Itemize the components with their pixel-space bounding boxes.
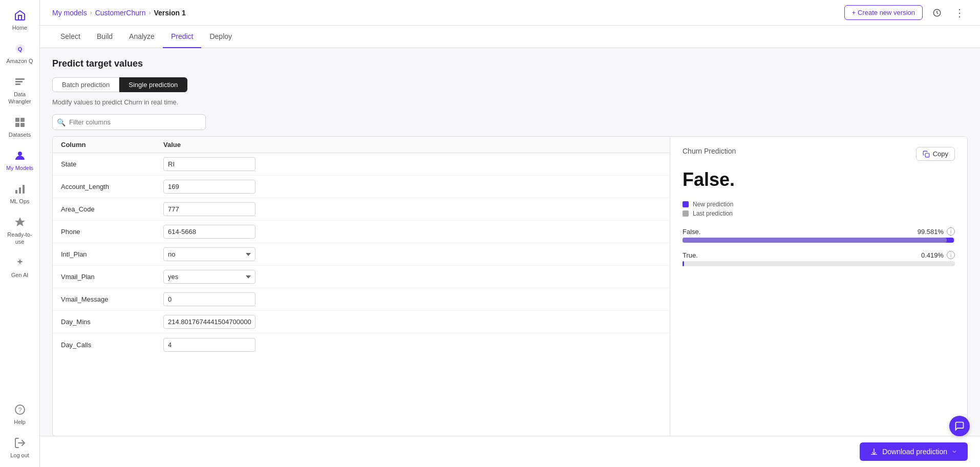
sidebar-item-amazon-q[interactable]: Q Amazon Q — [3, 37, 37, 69]
row-value-area-code — [163, 202, 662, 216]
sidebar-item-log-out[interactable]: Log out — [3, 432, 37, 463]
bar-track-true — [683, 261, 955, 266]
input-vmail-message[interactable] — [163, 292, 255, 306]
prob-row-true: True.0.419%i — [683, 251, 955, 259]
input-account-length[interactable] — [163, 180, 255, 194]
dropdown-chevron-icon — [951, 449, 957, 455]
table-row: Vmail_Message — [53, 288, 670, 311]
predict-result-header: Churn Prediction Copy — [683, 147, 955, 161]
row-value-account-length — [163, 180, 662, 194]
predict-layout: Column Value StateAccount_LengthArea_Cod… — [52, 136, 968, 436]
data-wrangler-icon — [13, 75, 27, 89]
sub-tab-batch[interactable]: Batch prediction — [52, 77, 119, 92]
download-icon — [870, 448, 878, 456]
svg-rect-12 — [23, 185, 25, 194]
prob-item-true: True.0.419%i — [683, 251, 955, 266]
input-phone[interactable] — [163, 225, 255, 239]
input-area-code[interactable] — [163, 202, 255, 216]
col-header-value: Value — [163, 141, 662, 148]
prob-pct-value-false: 99.581% — [918, 228, 944, 236]
home-icon — [13, 8, 27, 23]
filter-columns-input[interactable] — [52, 114, 206, 130]
sidebar-item-ml-ops[interactable]: ML Ops — [3, 178, 37, 209]
breadcrumb-my-models[interactable]: My models — [52, 9, 87, 17]
filter-input-wrap: 🔍 — [52, 114, 206, 130]
input-day-calls[interactable] — [163, 338, 255, 352]
svg-rect-11 — [19, 187, 21, 194]
table-row: Intl_Plannoyes — [53, 243, 670, 266]
chat-icon — [954, 421, 965, 431]
datasets-icon — [13, 115, 27, 130]
history-icon-button[interactable] — [929, 5, 945, 21]
amazon-q-icon: Q — [13, 41, 27, 56]
svg-rect-6 — [20, 118, 25, 122]
log-out-icon — [13, 436, 27, 450]
tab-predict[interactable]: Predict — [163, 26, 202, 48]
prediction-value: False. — [683, 169, 955, 190]
tab-build[interactable]: Build — [89, 26, 121, 48]
svg-rect-16 — [925, 153, 929, 157]
prob-item-false: False.99.581%i — [683, 227, 955, 243]
gen-ai-icon — [13, 256, 27, 270]
help-icon: ? — [13, 402, 27, 417]
legend-new: New prediction — [683, 201, 955, 208]
sidebar-item-my-models[interactable]: My Models — [3, 144, 37, 176]
row-label-vmail-plan: Vmail_Plan — [61, 273, 163, 281]
legend-dot-new — [683, 201, 689, 207]
sidebar-item-home[interactable]: Home — [3, 4, 37, 35]
tab-analyze[interactable]: Analyze — [121, 26, 163, 48]
prob-pct-true: 0.419%i — [921, 251, 955, 259]
svg-rect-7 — [15, 123, 19, 127]
prob-info-icon-true[interactable]: i — [947, 251, 955, 259]
row-label-area-code: Area_Code — [61, 205, 163, 213]
table-row: Day_Calls — [53, 333, 670, 356]
row-label-state: State — [61, 160, 163, 168]
sidebar-item-datasets[interactable]: Datasets — [3, 111, 37, 142]
table-header: Column Value — [53, 137, 670, 153]
sidebar-item-gen-ai[interactable]: Gen AI — [3, 251, 37, 283]
create-new-version-button[interactable]: + Create new version — [844, 5, 923, 20]
sidebar-item-data-wrangler[interactable]: Data Wrangler — [3, 71, 37, 109]
prob-label-true: True. — [683, 251, 698, 259]
bottom-bar: Download prediction — [40, 436, 980, 467]
table-row: Area_Code — [53, 198, 670, 221]
chat-bubble-button[interactable] — [949, 416, 970, 436]
breadcrumb-sep-2: › — [149, 9, 151, 16]
input-intl-plan[interactable]: noyes — [163, 247, 255, 261]
topbar: My models › CustomerChurn › Version 1 + … — [40, 0, 980, 26]
breadcrumb-customer-churn[interactable]: CustomerChurn — [95, 9, 146, 17]
input-day-mins[interactable] — [163, 315, 255, 329]
row-label-account-length: Account_Length — [61, 183, 163, 190]
sidebar-item-help[interactable]: ? Help — [3, 398, 37, 430]
ready-to-use-icon — [13, 215, 27, 229]
prob-info-icon-false[interactable]: i — [947, 227, 955, 236]
svg-rect-8 — [20, 123, 25, 127]
prob-pct-value-true: 0.419% — [921, 251, 944, 259]
input-vmail-plan[interactable]: noyes — [163, 270, 255, 284]
legend-dot-last — [683, 210, 689, 217]
copy-button[interactable]: Copy — [916, 147, 955, 161]
sidebar-item-data-wrangler-label: Data Wrangler — [5, 91, 35, 104]
row-label-vmail-message: Vmail_Message — [61, 295, 163, 303]
breadcrumb-sep-1: › — [90, 9, 92, 16]
bar-last-false — [683, 238, 947, 243]
legend: New prediction Last prediction — [683, 201, 955, 217]
row-value-vmail-message — [163, 292, 662, 306]
bar-fill-true — [683, 261, 684, 266]
filter-search-icon: 🔍 — [57, 118, 66, 126]
svg-rect-4 — [15, 83, 20, 85]
sub-tab-single[interactable]: Single prediction — [119, 77, 187, 92]
download-prediction-button[interactable]: Download prediction — [860, 442, 968, 461]
ml-ops-icon — [13, 182, 27, 196]
sidebar: Home Q Amazon Q Data Wrangler Datasets M… — [0, 0, 40, 467]
sub-tabs: Batch prediction Single prediction — [52, 77, 968, 92]
tab-deploy[interactable]: Deploy — [201, 26, 240, 48]
predict-table: Column Value StateAccount_LengthArea_Cod… — [53, 137, 670, 436]
input-state[interactable] — [163, 157, 255, 171]
more-options-icon: ⋮ — [954, 7, 965, 19]
breadcrumb: My models › CustomerChurn › Version 1 — [52, 9, 186, 17]
main-content: My models › CustomerChurn › Version 1 + … — [40, 0, 980, 467]
more-options-button[interactable]: ⋮ — [951, 5, 968, 21]
tab-select[interactable]: Select — [52, 26, 89, 48]
sidebar-item-ready-to-use[interactable]: Ready-to-use — [3, 211, 37, 249]
